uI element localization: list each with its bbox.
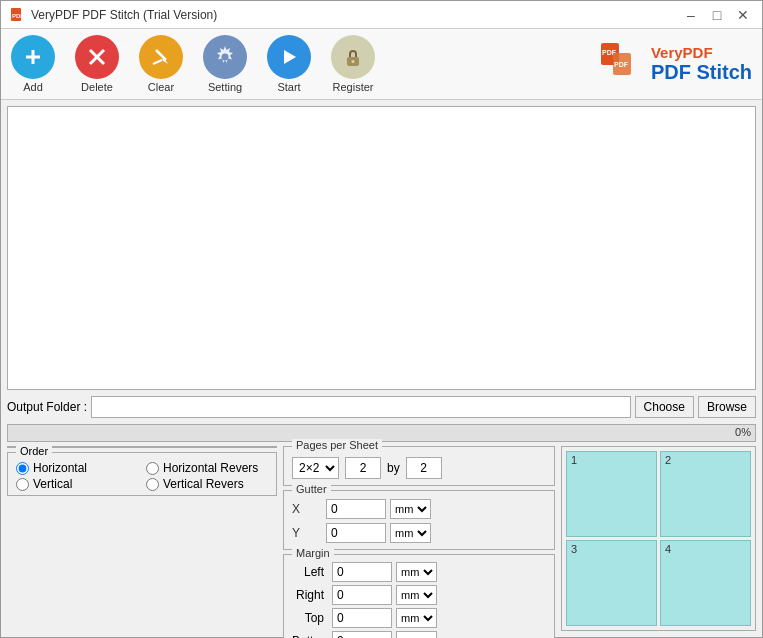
thumb-cell-1: 1 <box>566 451 657 537</box>
clear-icon <box>139 35 183 79</box>
title-bar-controls: – □ ✕ <box>680 4 754 26</box>
delete-label: Delete <box>81 81 113 93</box>
add-icon <box>11 35 55 79</box>
thumbnail-grid: 1 2 3 4 <box>561 446 756 631</box>
pps-group-title: Pages per Sheet <box>292 439 382 451</box>
horizontal-radio[interactable] <box>16 462 29 475</box>
svg-line-8 <box>153 60 162 64</box>
browse-button[interactable]: Browse <box>698 396 756 418</box>
window-title: VeryPDF PDF Stitch (Trial Version) <box>31 8 217 22</box>
margin-right-unit[interactable]: mminpt <box>396 585 437 605</box>
setting-tool[interactable]: Setting <box>203 35 247 93</box>
register-tool[interactable]: Register <box>331 35 375 93</box>
svg-marker-11 <box>284 50 296 64</box>
gutter-x-unit[interactable]: mm in pt <box>390 499 431 519</box>
choose-button[interactable]: Choose <box>635 396 694 418</box>
vertical-radio-label[interactable]: Vertical <box>16 477 138 491</box>
pps-select[interactable]: 2×2 1×1 3×3 4×4 <box>292 457 339 479</box>
start-icon <box>267 35 311 79</box>
setting-label: Setting <box>208 81 242 93</box>
logo-text: VeryPDF PDF Stitch <box>651 45 752 84</box>
margin-top-input[interactable]: 0 <box>332 608 392 628</box>
progress-label: 0% <box>735 426 751 438</box>
main-window: PDF VeryPDF PDF Stitch (Trial Version) –… <box>0 0 763 638</box>
gutter-y-input[interactable]: 0 <box>326 523 386 543</box>
title-bar-left: PDF VeryPDF PDF Stitch (Trial Version) <box>9 7 217 23</box>
logo-pdf-icon: PDF PDF <box>597 41 643 87</box>
margin-top-label: Top <box>292 611 328 625</box>
svg-point-13 <box>352 60 355 63</box>
output-folder-input[interactable] <box>91 396 631 418</box>
file-list-area[interactable] <box>7 106 756 390</box>
vertical-radio[interactable] <box>16 478 29 491</box>
margin-left-unit[interactable]: mminpt <box>396 562 437 582</box>
delete-tool[interactable]: Delete <box>75 35 119 93</box>
delete-icon <box>75 35 119 79</box>
pps-x-input[interactable]: 2 <box>345 457 381 479</box>
order-group-title: Order <box>16 445 52 457</box>
app-icon: PDF <box>9 7 25 23</box>
toolbar: Add Delete Clear <box>1 29 762 100</box>
minimize-button[interactable]: – <box>680 4 702 26</box>
gutter-group: Gutter X 0 mm in pt Y 0 <box>283 490 555 550</box>
main-content: Output Folder : Choose Browse 0% Order <box>1 100 762 637</box>
logo-area: PDF PDF VeryPDF PDF Stitch <box>597 41 752 87</box>
horizontal-reverse-radio-label[interactable]: Horizontal Revers <box>146 461 268 475</box>
margin-left-input[interactable]: 0 <box>332 562 392 582</box>
order-row-1: Horizontal Horizontal Revers <box>16 461 268 475</box>
bottom-left: Order Horizontal Horizontal Revers <box>7 446 277 631</box>
svg-text:PDF: PDF <box>12 13 24 19</box>
gutter-x-label: X <box>292 502 322 516</box>
margin-group-title: Margin <box>292 547 334 559</box>
close-button[interactable]: ✕ <box>732 4 754 26</box>
margin-bottom-label: Bottom <box>292 634 328 638</box>
svg-line-6 <box>156 50 166 60</box>
bottom-right: Pages per Sheet 2×2 1×1 3×3 4×4 2 by 2 <box>283 446 555 631</box>
output-row: Output Folder : Choose Browse <box>7 394 756 420</box>
gutter-x-input[interactable]: 0 <box>326 499 386 519</box>
gutter-y-row: Y 0 mm in pt <box>292 523 546 543</box>
pps-y-input[interactable]: 2 <box>406 457 442 479</box>
maximize-button[interactable]: □ <box>706 4 728 26</box>
add-tool[interactable]: Add <box>11 35 55 93</box>
svg-point-10 <box>222 54 229 61</box>
margin-group: Margin Left 0 mminpt Right 0 mminpt <box>283 554 555 638</box>
vertical-reverse-label: Vertical Revers <box>163 477 244 491</box>
horizontal-reverse-label: Horizontal Revers <box>163 461 258 475</box>
svg-text:PDF: PDF <box>614 61 629 68</box>
order-row-2: Vertical Vertical Revers <box>16 477 268 491</box>
margin-left-label: Left <box>292 565 328 579</box>
margin-left-row: Left 0 mminpt <box>292 562 546 582</box>
order-group: Order Horizontal Horizontal Revers <box>7 452 277 496</box>
horizontal-radio-label[interactable]: Horizontal <box>16 461 138 475</box>
margin-right-input[interactable]: 0 <box>332 585 392 605</box>
thumb-cell-4-label: 4 <box>665 543 671 555</box>
pages-per-sheet-group: Pages per Sheet 2×2 1×1 3×3 4×4 2 by 2 <box>283 446 555 486</box>
order-rows: Horizontal Horizontal Revers Vertical <box>16 461 268 491</box>
thumb-cell-3: 3 <box>566 540 657 626</box>
logo-stitch: PDF Stitch <box>651 61 752 83</box>
clear-label: Clear <box>148 81 174 93</box>
add-label: Add <box>23 81 43 93</box>
vertical-reverse-radio-label[interactable]: Vertical Revers <box>146 477 268 491</box>
thumb-cell-3-label: 3 <box>571 543 577 555</box>
title-bar: PDF VeryPDF PDF Stitch (Trial Version) –… <box>1 1 762 29</box>
start-tool[interactable]: Start <box>267 35 311 93</box>
vertical-reverse-radio[interactable] <box>146 478 159 491</box>
vertical-label: Vertical <box>33 477 72 491</box>
margin-right-row: Right 0 mminpt <box>292 585 546 605</box>
margin-top-unit[interactable]: mminpt <box>396 608 437 628</box>
start-label: Start <box>277 81 300 93</box>
margin-bottom-unit[interactable]: mminpt <box>396 631 437 638</box>
horizontal-label: Horizontal <box>33 461 87 475</box>
bottom-section: Order Horizontal Horizontal Revers <box>7 446 756 631</box>
gutter-y-unit[interactable]: mm in pt <box>390 523 431 543</box>
margin-bottom-row: Bottom 0 mminpt <box>292 631 546 638</box>
horizontal-reverse-radio[interactable] <box>146 462 159 475</box>
clear-tool[interactable]: Clear <box>139 35 183 93</box>
register-label: Register <box>333 81 374 93</box>
margin-bottom-input[interactable]: 0 <box>332 631 392 638</box>
pps-row: 2×2 1×1 3×3 4×4 2 by 2 <box>292 457 546 479</box>
gutter-y-label: Y <box>292 526 322 540</box>
gutter-x-row: X 0 mm in pt <box>292 499 546 519</box>
